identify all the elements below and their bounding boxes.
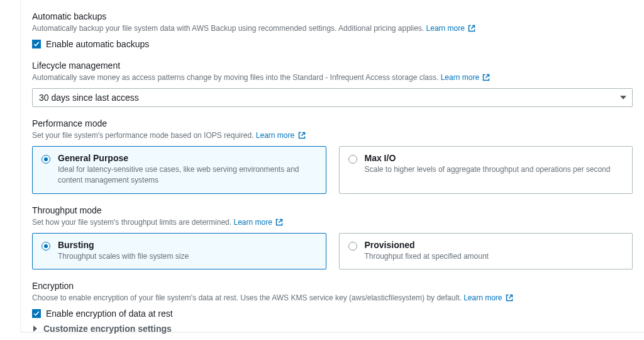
radio-icon xyxy=(42,242,50,251)
radio-content: Bursting Throughput scales with file sys… xyxy=(58,240,189,262)
caret-right-icon xyxy=(32,326,38,332)
enable-automatic-backups-label: Enable automatic backups xyxy=(46,39,149,49)
performance-desc-text: Set your file system's performance mode … xyxy=(32,131,253,140)
external-link-icon xyxy=(468,25,475,32)
enable-automatic-backups-row: Enable automatic backups xyxy=(32,39,633,49)
performance-radio-group: General Purpose Ideal for latency-sensit… xyxy=(32,146,633,194)
automatic-backups-desc-text: Automatically backup your file system da… xyxy=(32,24,424,33)
radio-title: General Purpose xyxy=(58,153,317,163)
lifecycle-title: Lifecycle management xyxy=(32,60,633,71)
throughput-option-provisioned[interactable]: Provisioned Throughput fixed at specifie… xyxy=(339,233,633,270)
throughput-desc-text: Set how your file system's throughput li… xyxy=(32,218,231,227)
radio-content: General Purpose Ideal for latency-sensit… xyxy=(58,153,317,186)
lifecycle-management-section: Lifecycle management Automatically save … xyxy=(32,60,633,107)
external-link-icon xyxy=(506,294,513,302)
lifecycle-desc: Automatically save money as access patte… xyxy=(32,72,633,83)
lifecycle-desc-text: Automatically save money as access patte… xyxy=(32,73,438,82)
performance-mode-section: Performance mode Set your file system's … xyxy=(32,118,633,194)
throughput-mode-section: Throughput mode Set how your file system… xyxy=(32,205,633,270)
learn-more-label: Learn more xyxy=(441,73,479,82)
enable-automatic-backups-checkbox[interactable] xyxy=(32,40,41,48)
performance-title: Performance mode xyxy=(32,118,633,128)
throughput-title: Throughput mode xyxy=(32,205,633,215)
encryption-learn-more-link[interactable]: Learn more xyxy=(464,293,513,302)
performance-option-general-purpose[interactable]: General Purpose Ideal for latency-sensit… xyxy=(32,146,326,194)
throughput-radio-group: Bursting Throughput scales with file sys… xyxy=(32,233,633,270)
enable-encryption-checkbox[interactable] xyxy=(32,309,41,318)
radio-desc: Throughput scales with file system size xyxy=(58,251,189,262)
lifecycle-select-wrap: 30 days since last access xyxy=(32,88,633,107)
automatic-backups-learn-more-link[interactable]: Learn more xyxy=(426,24,476,33)
radio-title: Max I/O xyxy=(365,153,611,163)
external-link-icon xyxy=(482,74,490,81)
enable-encryption-label: Enable encryption of data at rest xyxy=(46,309,173,319)
learn-more-label: Learn more xyxy=(256,131,294,140)
learn-more-label: Learn more xyxy=(233,218,272,227)
performance-desc: Set your file system's performance mode … xyxy=(32,130,633,141)
external-link-icon xyxy=(275,218,283,226)
automatic-backups-title: Automatic backups xyxy=(32,11,633,21)
radio-icon xyxy=(348,242,357,251)
learn-more-label: Learn more xyxy=(464,293,502,302)
radio-content: Provisioned Throughput fixed at specifie… xyxy=(365,240,489,262)
automatic-backups-desc: Automatically backup your file system da… xyxy=(32,23,633,34)
throughput-desc: Set how your file system's throughput li… xyxy=(32,217,633,228)
throughput-option-bursting[interactable]: Bursting Throughput scales with file sys… xyxy=(32,233,326,270)
learn-more-label: Learn more xyxy=(426,24,465,33)
encryption-desc-text: Choose to enable encryption of your file… xyxy=(32,293,462,302)
external-link-icon xyxy=(298,132,306,139)
encryption-section: Encryption Choose to enable encryption o… xyxy=(32,281,633,334)
radio-desc: Scale to higher levels of aggregate thro… xyxy=(365,164,611,175)
radio-desc: Ideal for latency-sensitive use cases, l… xyxy=(58,164,317,186)
lifecycle-select-value: 30 days since last access xyxy=(39,93,139,103)
performance-option-max-io[interactable]: Max I/O Scale to higher levels of aggreg… xyxy=(339,146,633,194)
encryption-title: Encryption xyxy=(32,281,633,291)
customize-encryption-label: Customize encryption settings xyxy=(43,324,172,334)
radio-title: Bursting xyxy=(58,240,189,250)
lifecycle-select[interactable]: 30 days since last access xyxy=(32,88,633,107)
radio-title: Provisioned xyxy=(365,240,489,250)
lifecycle-learn-more-link[interactable]: Learn more xyxy=(441,73,491,82)
radio-icon xyxy=(348,155,357,164)
enable-encryption-row: Enable encryption of data at rest xyxy=(32,309,633,319)
radio-desc: Throughput fixed at specified amount xyxy=(365,251,489,262)
settings-panel: Automatic backups Automatically backup y… xyxy=(20,0,644,332)
automatic-backups-section: Automatic backups Automatically backup y… xyxy=(32,11,633,49)
encryption-desc: Choose to enable encryption of your file… xyxy=(32,292,633,303)
throughput-learn-more-link[interactable]: Learn more xyxy=(233,218,283,227)
performance-learn-more-link[interactable]: Learn more xyxy=(256,131,306,140)
radio-content: Max I/O Scale to higher levels of aggreg… xyxy=(365,153,611,175)
radio-icon xyxy=(42,155,50,164)
customize-encryption-toggle[interactable]: Customize encryption settings xyxy=(32,324,633,334)
